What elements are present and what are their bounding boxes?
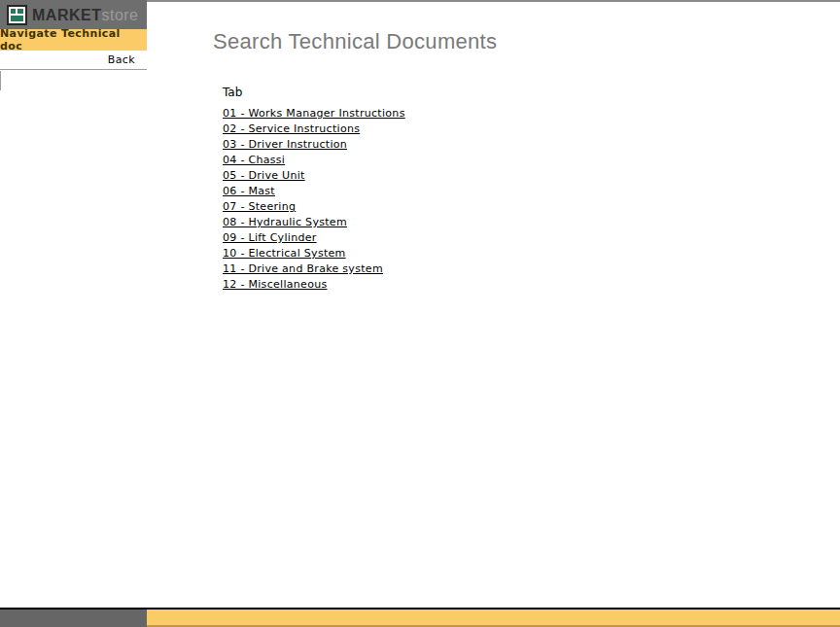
nav-title-bar: Navigate Technical doc xyxy=(0,29,147,51)
tab-link-10[interactable]: 10 - Electrical System xyxy=(223,248,346,259)
tab-link-12[interactable]: 12 - Miscellaneous xyxy=(223,279,327,290)
footer-left-bar xyxy=(0,610,147,627)
tab-column-header: Tab xyxy=(223,86,497,99)
app-header: MARKETstore xyxy=(0,0,147,29)
tab-link-01[interactable]: 01 - Works Manager Instructions xyxy=(223,108,405,119)
brand-name: MARKETstore xyxy=(32,6,139,24)
tab-link-07[interactable]: 07 - Steering xyxy=(223,201,296,212)
tab-link-02[interactable]: 02 - Service Instructions xyxy=(223,123,360,134)
brand-name-secondary: store xyxy=(101,7,138,23)
tab-link-11[interactable]: 11 - Drive and Brake system xyxy=(223,263,383,274)
tab-link-09[interactable]: 09 - Lift Cylinder xyxy=(223,232,317,243)
page: MARKETstore Navigate Technical doc Back … xyxy=(0,0,840,627)
tab-link-08[interactable]: 08 - Hydraulic System xyxy=(223,217,347,227)
page-title: Search Technical Documents xyxy=(213,29,497,54)
sidebar: MARKETstore Navigate Technical doc Back xyxy=(0,0,147,90)
brand-name-primary: MARKET xyxy=(32,7,101,23)
tab-link-03[interactable]: 03 - Driver Instruction xyxy=(223,139,347,150)
sidebar-search-input[interactable] xyxy=(0,71,147,90)
back-link[interactable]: Back xyxy=(108,53,135,66)
footer-right-bar xyxy=(147,610,840,627)
footer xyxy=(0,610,840,627)
main-content: Search Technical Documents Tab 01 - Work… xyxy=(213,0,497,295)
nav-title-label: Navigate Technical doc xyxy=(0,27,147,52)
grid-tiles-icon xyxy=(7,5,27,25)
tab-link-06[interactable]: 06 - Mast xyxy=(223,186,275,196)
tab-link-05[interactable]: 05 - Drive Unit xyxy=(223,170,305,181)
back-row: Back xyxy=(0,51,147,70)
doc-link-list: 01 - Works Manager Instructions 02 - Ser… xyxy=(223,108,497,290)
tab-link-04[interactable]: 04 - Chassi xyxy=(223,155,285,165)
